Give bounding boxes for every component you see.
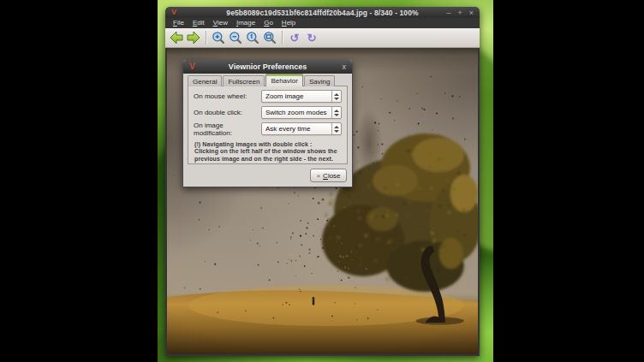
- dialog-title: Viewnior Preferences: [183, 62, 352, 71]
- rotate-right-icon: ↻: [307, 32, 317, 45]
- normal-size-button[interactable]: [244, 30, 261, 46]
- preferences-dialog: V Viewnior Preferences x General Fullscr…: [182, 60, 353, 187]
- zoom-out-icon: [229, 31, 242, 45]
- double-click-value: Switch zoom modes: [262, 107, 331, 118]
- image-modification-dropdown[interactable]: Ask every time: [261, 122, 342, 135]
- zoom-normal-icon: [246, 31, 259, 45]
- arrow-right-icon: [186, 31, 201, 45]
- up-arrow-icon: [334, 93, 339, 96]
- viewnior-dialog-icon: V: [189, 62, 195, 72]
- distant-figure: [313, 297, 315, 305]
- tab-fullscreen[interactable]: Fullscreen: [223, 75, 265, 86]
- menu-file[interactable]: File: [169, 18, 188, 28]
- double-click-label: On double click:: [194, 109, 261, 116]
- previous-image-button[interactable]: [168, 30, 185, 46]
- menu-help[interactable]: Help: [277, 18, 300, 28]
- image-modification-value: Ask every time: [262, 123, 331, 134]
- menu-image[interactable]: Image: [232, 18, 259, 28]
- preferences-tabs: General Fullscreen Behavior Saving: [188, 74, 352, 86]
- double-click-row: On double click: Switch zoom modes: [194, 106, 342, 119]
- toolbar: ↺ ↻: [165, 28, 480, 48]
- dialog-close-button[interactable]: x: [343, 62, 347, 72]
- rotate-left-icon: ↺: [290, 32, 300, 45]
- double-click-note: (!) Navigating images with double click …: [194, 139, 342, 163]
- rotate-left-button[interactable]: ↺: [286, 30, 303, 46]
- dialog-action-area: × Close: [183, 164, 352, 187]
- close-button-label: Close: [323, 172, 340, 180]
- note-line-1: (!) Navigating images with double click …: [194, 141, 341, 148]
- tab-behavior[interactable]: Behavior: [265, 74, 303, 86]
- note-line-3: previous image and on the right side - t…: [194, 156, 341, 163]
- up-arrow-icon: [334, 126, 339, 128]
- image-modification-label: On image modification:: [194, 122, 261, 137]
- down-arrow-icon: [334, 130, 339, 133]
- zoom-fit-icon: [263, 31, 277, 45]
- next-image-button[interactable]: [185, 30, 202, 46]
- down-arrow-icon: [334, 98, 339, 100]
- double-click-dropdown[interactable]: Switch zoom modes: [261, 106, 342, 119]
- mouse-wheel-row: On mouse wheel: Zoom image: [194, 90, 342, 103]
- viewnior-app-icon: V: [171, 8, 176, 17]
- dropdown-spinner-icon: [331, 91, 341, 102]
- behavior-tab-panel: On mouse wheel: Zoom image On double cli…: [188, 86, 348, 164]
- mouse-wheel-value: Zoom image: [262, 91, 331, 102]
- close-button[interactable]: ×: [469, 9, 474, 17]
- menu-view[interactable]: View: [209, 18, 232, 28]
- arrow-left-icon: [169, 31, 184, 45]
- menu-edit[interactable]: Edit: [188, 18, 209, 28]
- minimize-button[interactable]: –: [446, 9, 450, 17]
- maximize-button[interactable]: +: [457, 9, 462, 17]
- image-modification-row: On image modification: Ask every time: [194, 122, 342, 135]
- menu-go[interactable]: Go: [259, 18, 277, 28]
- dialog-titlebar[interactable]: V Viewnior Preferences x: [183, 60, 352, 74]
- toolbar-separator: [206, 31, 206, 45]
- up-arrow-icon: [334, 110, 339, 112]
- best-fit-button[interactable]: [261, 30, 278, 46]
- tab-saving[interactable]: Saving: [304, 75, 335, 86]
- note-line-2: Clicking on the left half of the window …: [194, 148, 341, 155]
- window-title: 9e5b8089c19d531bf6c814ffdf20b4a4.jpg - 8…: [165, 9, 480, 17]
- zoom-in-button[interactable]: [210, 30, 227, 46]
- zoom-out-button[interactable]: [227, 30, 244, 46]
- dropdown-spinner-icon: [331, 107, 341, 118]
- rotate-right-button[interactable]: ↻: [303, 30, 320, 46]
- window-titlebar[interactable]: V 9e5b8089c19d531bf6c814ffdf20b4a4.jpg -…: [165, 7, 480, 18]
- mouse-wheel-label: On mouse wheel:: [194, 92, 261, 100]
- screen: V 9e5b8089c19d531bf6c814ffdf20b4a4.jpg -…: [0, 0, 644, 362]
- tab-general[interactable]: General: [188, 75, 222, 86]
- zoom-in-icon: [212, 31, 225, 45]
- menubar: File Edit View Image Go Help: [165, 18, 480, 28]
- close-x-icon: ×: [316, 172, 320, 180]
- close-dialog-button[interactable]: × Close: [310, 169, 347, 182]
- toolbar-separator: [282, 31, 283, 45]
- down-arrow-icon: [334, 114, 339, 116]
- dropdown-spinner-icon: [331, 123, 341, 134]
- mouse-wheel-dropdown[interactable]: Zoom image: [261, 90, 342, 103]
